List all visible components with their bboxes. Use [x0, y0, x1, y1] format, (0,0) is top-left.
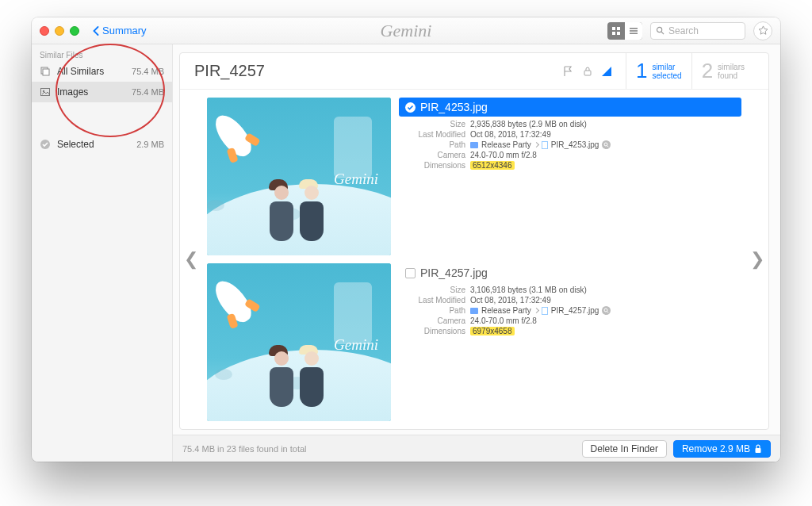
card-header: PIR_4257 1 similarselected 2 similarsfou…: [180, 53, 768, 90]
file-path[interactable]: Release Party PIR_4257.jpg: [470, 306, 741, 315]
file-dimensions: 6512x4346: [470, 161, 515, 170]
document-icon: [542, 307, 548, 315]
file-size: 3,106,918 bytes (3.1 MB on disk): [470, 286, 741, 294]
sidebar-header: Similar Files: [32, 48, 172, 61]
zoom-window-button[interactable]: [70, 26, 79, 36]
file-size: 2,935,838 bytes (2.9 MB on disk): [470, 120, 741, 128]
svg-point-7: [657, 27, 661, 32]
svg-line-16: [607, 146, 609, 148]
sidebar-item-selected[interactable]: Selected 2.9 MB: [32, 134, 172, 155]
search-input[interactable]: Search: [650, 22, 745, 40]
selected-counter: 1 similarselected: [626, 53, 691, 89]
sidebar-item-label: Selected: [57, 139, 130, 150]
file-select-row[interactable]: PIR_4257.jpg: [399, 263, 741, 282]
flag-icon[interactable]: [562, 65, 575, 78]
svg-rect-10: [43, 69, 49, 75]
back-label: Summary: [102, 25, 147, 36]
traffic-lights: [40, 26, 79, 36]
remove-button[interactable]: Remove 2.9 MB: [673, 440, 771, 458]
file-name: PIR_4253.jpg: [420, 101, 488, 113]
svg-rect-4: [630, 28, 638, 29]
chevron-right-icon: [534, 142, 539, 148]
document-icon: [542, 141, 548, 149]
main: PIR_4257 1 similarselected 2 similarsfou…: [173, 44, 780, 462]
svg-line-8: [661, 32, 664, 34]
back-button[interactable]: Summary: [92, 25, 147, 36]
thumbnail[interactable]: Gemini: [207, 263, 391, 421]
svg-point-15: [604, 143, 607, 146]
sidebar-item-label: Images: [57, 86, 125, 98]
lock-icon[interactable]: [581, 65, 594, 78]
reveal-icon[interactable]: [602, 306, 611, 315]
counter-number: 2: [702, 59, 713, 83]
card-body: ❮ Gemini: [180, 90, 768, 429]
svg-rect-14: [584, 71, 591, 75]
list-view-icon[interactable]: [625, 22, 642, 40]
svg-rect-5: [630, 30, 638, 32]
file-select-row[interactable]: PIR_4253.jpg: [399, 98, 741, 117]
check-circle-icon: [40, 139, 51, 150]
reveal-icon[interactable]: [602, 140, 611, 149]
file-modified: Oct 08, 2018, 17:32:49: [470, 296, 741, 305]
chevron-right-icon: [534, 308, 539, 313]
file-modified: Oct 08, 2018, 17:32:49: [470, 130, 741, 139]
file-path[interactable]: Release Party PIR_4253.jpg: [470, 140, 741, 149]
file-row: Gemini PIR_4257.jpg: [207, 263, 741, 421]
header-tools: [562, 65, 613, 78]
view-toggle[interactable]: [607, 22, 642, 40]
select-triangle-icon[interactable]: [600, 65, 613, 78]
found-counter: 2 similarsfound: [691, 53, 754, 89]
minimize-window-button[interactable]: [55, 26, 64, 36]
thumbnail[interactable]: Gemini: [207, 98, 391, 255]
checkbox-icon[interactable]: [405, 268, 416, 278]
sidebar: Similar Files All Similars 75.4 MB Image…: [32, 44, 173, 462]
search-placeholder: Search: [668, 25, 699, 36]
status-text: 75.4 MB in 23 files found in total: [182, 444, 307, 454]
svg-line-18: [607, 312, 609, 313]
image-icon: [40, 86, 51, 98]
grid-view-icon[interactable]: [607, 22, 625, 40]
file-row: Gemini PIR_4253.jpg: [207, 98, 741, 255]
app-window: Summary Gemini Search Similar Files All …: [32, 17, 780, 462]
checkbox-icon[interactable]: [405, 102, 416, 113]
compare-pane: Gemini PIR_4253.jpg: [202, 90, 746, 429]
app-title: Gemini: [381, 21, 432, 41]
svg-rect-1: [617, 27, 620, 30]
sidebar-item-size: 75.4 MB: [132, 87, 164, 97]
svg-rect-0: [612, 27, 615, 30]
lock-icon: [754, 444, 762, 454]
svg-rect-6: [630, 33, 638, 34]
chevron-left-icon: [92, 26, 99, 36]
sidebar-item-images[interactable]: Images 75.4 MB: [32, 82, 172, 102]
sidebar-item-all-similars[interactable]: All Similars 75.4 MB: [32, 61, 172, 82]
file-name: PIR_4257.jpg: [420, 266, 488, 279]
next-button[interactable]: ❯: [746, 90, 768, 429]
search-icon: [656, 26, 665, 35]
folder-icon: [470, 308, 478, 314]
star-icon: [758, 25, 768, 36]
sidebar-item-label: All Similars: [57, 66, 125, 77]
footer: 75.4 MB in 23 files found in total Delet…: [173, 435, 780, 462]
file-camera: 24.0-70.0 mm f/2.8: [470, 316, 741, 325]
group-title: PIR_4257: [194, 62, 265, 80]
favorite-button[interactable]: [753, 21, 772, 40]
comparison-card: PIR_4257 1 similarselected 2 similarsfou…: [179, 52, 769, 430]
svg-rect-3: [617, 32, 620, 35]
delete-in-finder-button[interactable]: Delete In Finder: [582, 440, 667, 458]
file-dimensions: 6979x4658: [470, 327, 515, 335]
titlebar: Summary Gemini Search: [32, 17, 780, 44]
file-metadata: PIR_4253.jpg Size2,935,838 bytes (2.9 MB…: [399, 98, 741, 255]
sidebar-item-size: 75.4 MB: [132, 67, 164, 76]
svg-rect-19: [756, 448, 761, 453]
svg-rect-2: [612, 32, 615, 35]
close-window-button[interactable]: [40, 26, 49, 36]
svg-point-17: [604, 309, 607, 312]
sidebar-item-size: 2.9 MB: [136, 140, 164, 149]
folder-icon: [470, 142, 478, 148]
file-metadata: PIR_4257.jpg Size3,106,918 bytes (3.1 MB…: [399, 263, 741, 421]
file-camera: 24.0-70.0 mm f/2.8: [470, 151, 741, 159]
stack-icon: [40, 66, 51, 77]
counter-number: 1: [636, 59, 647, 83]
prev-button[interactable]: ❮: [180, 90, 202, 429]
